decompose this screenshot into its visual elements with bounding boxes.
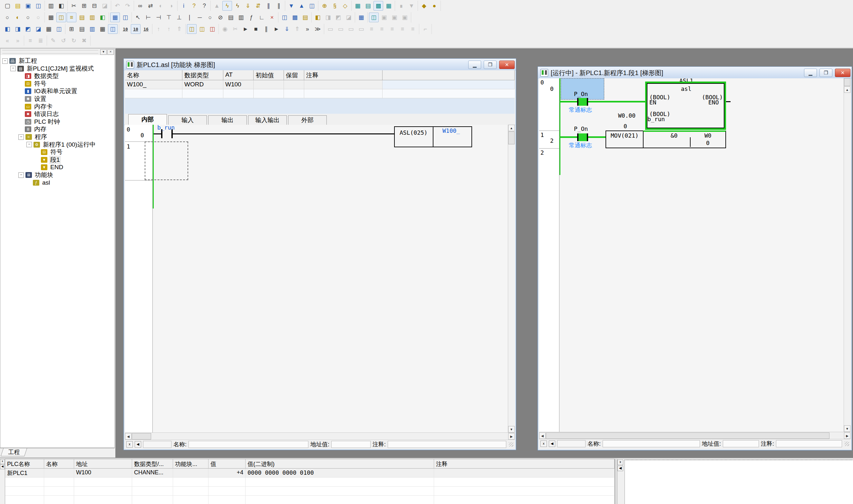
watch-row[interactable]: 新PLC1W100CHANNE...+40000 0000 0000 0100 (5, 469, 615, 478)
tree-item-新工程[interactable]: −品新工程 (2, 57, 38, 65)
restore-button[interactable]: ❐ (484, 60, 496, 69)
scroll-up-button[interactable]: ▲ (508, 125, 515, 131)
variable-row[interactable]: W100_WORDW100 (125, 80, 515, 89)
radix-signed-decimal-icon[interactable]: 10 (131, 24, 141, 34)
contact-no-icon[interactable]: ⊢ (143, 13, 153, 22)
watch-cell[interactable]: +4 (208, 469, 246, 477)
cascade-windows-icon[interactable]: ◧ (3, 24, 12, 34)
run-ladder-titlebar[interactable]: [运行中] - 新PLC1.新程序1.段1 [梯形图] ▁ ❐ ✕ (538, 67, 852, 79)
column-header-保留[interactable]: 保留 (284, 70, 304, 80)
online-edit-stop-icon[interactable]: ◫ (207, 24, 217, 34)
watch-cell-empty[interactable] (246, 496, 434, 504)
horizontal-line-icon[interactable]: ─ (195, 13, 205, 22)
about-icon[interactable]: i (179, 1, 188, 11)
compile-task-icon[interactable]: ▤ (300, 13, 310, 22)
watch-cell-empty[interactable] (173, 478, 208, 486)
plc-settings-icon[interactable]: ▤ (363, 1, 373, 11)
rung-annotation-icon[interactable]: ▤ (77, 13, 87, 22)
step-run-icon[interactable]: ► (272, 24, 281, 34)
tile-vertical-icon[interactable]: ◩ (23, 24, 33, 34)
compare-plc-icon[interactable]: ◫ (307, 1, 317, 11)
tree-item-label[interactable]: 功能块 (34, 171, 54, 179)
watch-cell-empty[interactable] (74, 487, 132, 495)
io-table-icon[interactable]: ▦ (353, 1, 363, 11)
cross-reference-icon[interactable]: ▦ (98, 24, 107, 34)
watch-cell[interactable] (434, 469, 615, 477)
work-online-icon[interactable]: ϟ (222, 1, 232, 11)
memory-view-icon[interactable]: ▩ (374, 1, 383, 11)
scroll-thumb[interactable] (844, 78, 850, 86)
watch-cell-empty[interactable] (208, 487, 246, 495)
scroll-up-button[interactable]: ▲ (844, 86, 850, 93)
watch-sheet-icon[interactable]: ▥ (87, 24, 97, 34)
line-connect-icon[interactable]: ∟ (257, 13, 267, 22)
fb-instance-icon[interactable]: § (330, 1, 340, 11)
scroll-right-button[interactable]: ▶ (508, 433, 515, 439)
watch-cell-empty[interactable] (44, 487, 74, 495)
coil-nc-icon[interactable]: ⊘ (216, 13, 225, 22)
print-preview-icon[interactable]: ◧ (56, 1, 66, 11)
panel-close-button[interactable]: × (107, 49, 114, 55)
tab-output[interactable]: 输出 (208, 115, 247, 125)
contact-nc-icon[interactable]: ⊣ (154, 13, 163, 22)
contact-label[interactable]: b_run (157, 125, 175, 131)
tree-item-设置[interactable]: ✱设置 (18, 95, 48, 103)
watch-column-功能块...[interactable]: 功能块... (173, 459, 208, 468)
watch-cell-empty[interactable] (434, 496, 615, 504)
resize-grip[interactable] (845, 442, 849, 446)
tree-item-label[interactable]: 数据类型 (33, 72, 60, 80)
tree-item-功能块[interactable]: −⊞功能块 (18, 171, 54, 179)
context-help-icon[interactable]: ? (199, 1, 209, 11)
address-value-field[interactable] (331, 441, 370, 448)
tree-expander-icon[interactable]: − (26, 142, 32, 147)
tree-item-IO表和单元设置[interactable]: ▮IO表和单元设置 (18, 87, 78, 95)
address-ref-icon[interactable]: ◫ (108, 24, 117, 34)
tree-item-label[interactable]: 新PLC1[CJ2M] 监视模式 (26, 65, 95, 73)
scroll-thumb[interactable] (508, 131, 515, 144)
tree-item-label[interactable]: IO表和单元设置 (33, 87, 78, 95)
watch-cell[interactable]: W100 (74, 469, 132, 477)
variable-cell-empty[interactable] (304, 89, 382, 98)
run-mode-icon[interactable]: ► (241, 24, 250, 34)
tree-item-程序[interactable]: −⌗程序 (18, 133, 48, 141)
fb-editor-titlebar[interactable]: 新PLC1.asl [功能块 梯形图] ▁ ❐ ✕ (124, 59, 516, 71)
fb-library-icon[interactable]: ⊕ (320, 1, 329, 11)
tree-item-label[interactable]: 程序 (34, 133, 48, 141)
tree-item-label[interactable]: 错误日志 (33, 110, 60, 118)
view-tree-icon[interactable]: ◧ (98, 13, 107, 22)
watch-cell-empty[interactable] (5, 496, 44, 504)
column-header-名称[interactable]: 名称 (125, 70, 182, 80)
transfer-verify-icon[interactable]: ⇵ (253, 1, 263, 11)
fb-ladder-vscrollbar[interactable]: ▲ ▼ (508, 125, 515, 432)
tree-item-label[interactable]: 符号 (49, 148, 63, 156)
tree-item-label[interactable]: PLC 时钟 (33, 118, 61, 126)
watch-cell-empty[interactable] (5, 487, 44, 495)
close-pane-button[interactable]: x (126, 441, 133, 448)
close-button[interactable]: ✕ (835, 69, 850, 77)
tree-item-内存卡[interactable]: ▭内存卡 (18, 103, 54, 110)
run-ladder-view[interactable]: 0 0 1 2 2 P_On 常通标志 ASL1 asl (539, 78, 850, 432)
program-check-icon[interactable]: ◫ (280, 13, 289, 22)
radix-decimal-icon[interactable]: 10 (121, 24, 130, 34)
online-edit-transfer-icon[interactable]: ◫ (197, 24, 207, 34)
watch-cell-empty[interactable] (173, 487, 208, 495)
mov-source-operand[interactable]: &0 (671, 132, 678, 139)
variable-cell[interactable]: WORD (182, 80, 223, 89)
help-icon[interactable]: ? (189, 1, 199, 11)
watch-cell-empty[interactable] (246, 478, 434, 486)
open-file-icon[interactable]: ▤ (13, 1, 22, 11)
fb-protect-icon[interactable]: ◇ (340, 1, 350, 11)
run-ladder-hscrollbar[interactable]: ◀ ▶ (539, 432, 850, 439)
watch-column-值(二进制)[interactable]: 值(二进制) (246, 459, 434, 468)
resize-grip[interactable] (509, 442, 513, 447)
monitor-pause-icon[interactable]: ∥ (264, 1, 273, 11)
comment-field[interactable] (388, 441, 506, 448)
set-instr-icon[interactable]: ▤ (226, 13, 236, 22)
close-output-button[interactable]: x (617, 460, 623, 465)
tree-expander-icon[interactable]: − (18, 134, 24, 140)
zoom-in-icon[interactable]: ○ (23, 13, 33, 22)
minimize-button[interactable]: ▁ (804, 69, 817, 77)
variable-cell-empty[interactable] (223, 89, 254, 98)
tree-item-错误日志[interactable]: ✖错误日志 (18, 110, 60, 118)
minimize-button[interactable]: ▁ (468, 60, 481, 69)
